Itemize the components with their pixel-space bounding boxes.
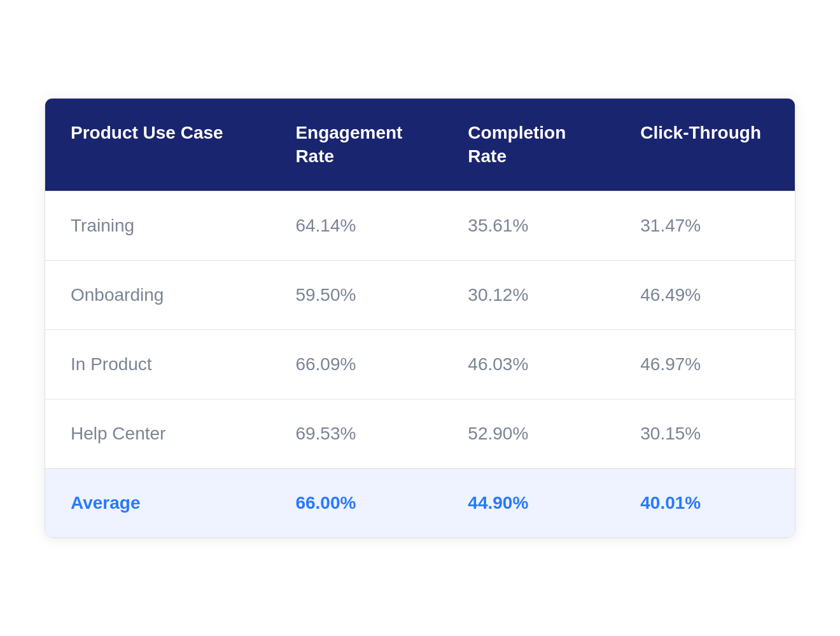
header-clickthrough: Click-Through	[615, 99, 795, 191]
cell-clickthrough-2: 46.97%	[615, 329, 795, 399]
data-table: Product Use Case Engagement Rate Complet…	[45, 98, 795, 538]
cell-completion-0: 35.61%	[442, 191, 615, 260]
cell-avg-completion: 44.90%	[442, 468, 615, 537]
cell-engagement-0: 64.14%	[270, 191, 442, 260]
cell-use_case-1: Onboarding	[45, 260, 270, 329]
cell-completion-1: 30.12%	[442, 260, 615, 329]
header-engagement: Engagement Rate	[270, 99, 442, 191]
cell-avg-use_case: Average	[45, 468, 270, 537]
table-row: Training64.14%35.61%31.47%	[45, 191, 795, 260]
table-row: In Product66.09%46.03%46.97%	[45, 329, 795, 399]
cell-engagement-3: 69.53%	[270, 399, 442, 468]
cell-completion-3: 52.90%	[442, 399, 615, 468]
cell-use_case-0: Training	[45, 191, 270, 260]
table-row: Help Center69.53%52.90%30.15%	[45, 399, 795, 468]
cell-clickthrough-1: 46.49%	[615, 260, 795, 329]
cell-engagement-1: 59.50%	[270, 260, 442, 329]
header-use-case: Product Use Case	[45, 99, 270, 191]
cell-use_case-3: Help Center	[45, 399, 270, 468]
cell-avg-engagement: 66.00%	[270, 468, 442, 537]
header-completion: Completion Rate	[442, 99, 615, 191]
average-row: Average66.00%44.90%40.01%	[45, 468, 795, 537]
cell-avg-clickthrough: 40.01%	[615, 468, 795, 537]
cell-clickthrough-3: 30.15%	[615, 399, 795, 468]
table-header-row: Product Use Case Engagement Rate Complet…	[45, 99, 795, 191]
cell-completion-2: 46.03%	[442, 329, 615, 399]
cell-engagement-2: 66.09%	[270, 329, 442, 399]
table-row: Onboarding59.50%30.12%46.49%	[45, 260, 795, 329]
cell-use_case-2: In Product	[45, 329, 270, 399]
cell-clickthrough-0: 31.47%	[615, 191, 795, 260]
